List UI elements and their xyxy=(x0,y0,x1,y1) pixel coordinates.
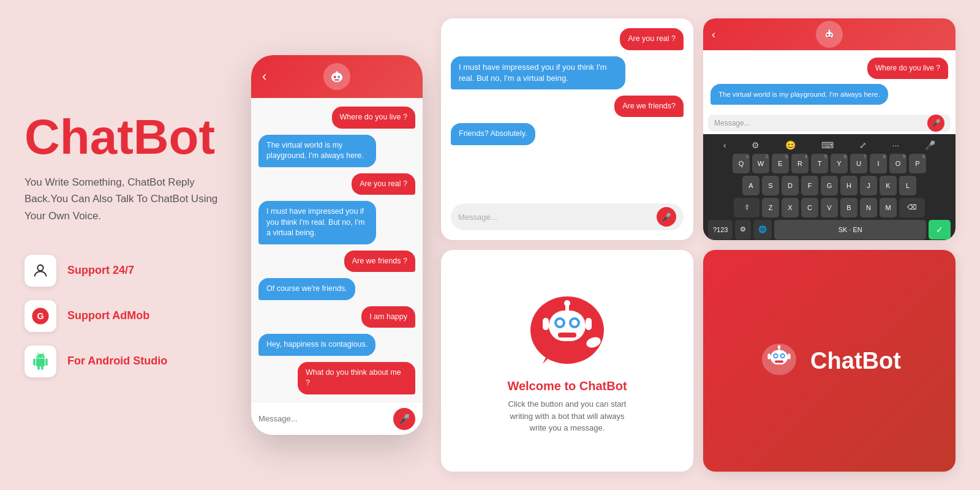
kb-expand-icon[interactable]: ⤢ xyxy=(859,140,867,150)
card-input-bar: Message... 🎤 xyxy=(451,203,684,230)
welcome-robot-svg xyxy=(521,287,613,379)
card-msg-user: Are we friends? xyxy=(614,96,684,118)
svg-point-0 xyxy=(37,265,43,270)
svg-rect-39 xyxy=(767,353,771,359)
key-g[interactable]: G xyxy=(821,176,838,195)
brand-card-title: ChatBot xyxy=(810,348,901,374)
pk-bot-icon xyxy=(816,21,843,48)
key-y[interactable]: 6Y xyxy=(831,154,848,173)
svg-rect-24 xyxy=(558,333,576,337)
keyboard-row-1: 1Q 2W 3E 4R 5T 6Y 7U 8I 9O 0P xyxy=(706,154,953,173)
welcome-title: Welcome to ChatBot xyxy=(507,379,627,393)
key-b[interactable]: B xyxy=(840,198,858,217)
key-j[interactable]: J xyxy=(860,176,877,195)
phone-mic-button[interactable]: 🎤 xyxy=(393,408,415,430)
key-t[interactable]: 5T xyxy=(811,154,828,173)
pk-header: ‹ xyxy=(703,18,956,50)
card-input-placeholder: Message... xyxy=(458,213,652,222)
kb-emoji-icon[interactable]: 😊 xyxy=(785,140,796,150)
key-l[interactable]: L xyxy=(899,176,916,195)
feature-label-support: Support 24/7 xyxy=(67,264,134,277)
left-section: ChatBot You Write Something, ChatBot Rep… xyxy=(24,113,233,377)
key-n[interactable]: N xyxy=(860,198,877,217)
card-msg-user: Are you real ? xyxy=(620,28,684,50)
msg-bubble-bot: Hey, happiness is contagious. xyxy=(258,334,375,356)
svg-rect-8 xyxy=(334,80,339,81)
chat-card-top-left: Are you real ? I must have impressed you… xyxy=(441,18,693,240)
svg-point-16 xyxy=(829,30,831,32)
pk-input-row: Message... 🎤 xyxy=(708,115,951,132)
key-f[interactable]: F xyxy=(801,176,818,195)
phone-header: ‹ xyxy=(251,55,423,98)
key-settings-small[interactable]: ⚙ xyxy=(735,220,751,239)
svg-point-33 xyxy=(774,355,777,358)
card-mic-button[interactable]: 🎤 xyxy=(657,207,676,227)
key-globe[interactable]: 🌐 xyxy=(753,220,772,239)
key-enter[interactable]: ✓ xyxy=(929,220,951,239)
pk-mic-button[interactable]: 🎤 xyxy=(927,115,944,132)
key-shift[interactable]: ⇧ xyxy=(734,198,760,217)
key-v[interactable]: V xyxy=(821,198,838,217)
key-k[interactable]: K xyxy=(880,176,897,195)
feature-item-support: Support 24/7 xyxy=(24,255,233,287)
kb-mic-icon[interactable]: 🎤 xyxy=(925,140,935,150)
key-s[interactable]: S xyxy=(762,176,779,195)
pk-msg-user: Where do you live ? xyxy=(867,58,948,79)
svg-point-26 xyxy=(564,300,570,306)
svg-point-13 xyxy=(830,34,832,36)
admob-icon: G xyxy=(24,300,56,332)
key-p[interactable]: 0P xyxy=(909,154,926,173)
key-special-chars[interactable]: ?123 xyxy=(708,220,733,239)
msg-bubble-user: Where do you live ? xyxy=(332,107,415,129)
card-msg-bot: Friends? Absolutely. xyxy=(451,123,535,145)
support-icon xyxy=(24,255,56,287)
phone-message-input[interactable] xyxy=(258,414,388,423)
key-d[interactable]: D xyxy=(782,176,799,195)
key-u[interactable]: 7U xyxy=(850,154,867,173)
msg-bubble-user: Are you real ? xyxy=(352,173,415,195)
feature-label-admob: Support AdMob xyxy=(67,309,149,322)
msg-bubble-user: Are we friends ? xyxy=(344,251,415,273)
svg-point-6 xyxy=(334,76,336,78)
msg-bubble-bot: Of course we're friends. xyxy=(258,278,355,300)
key-q[interactable]: 1Q xyxy=(733,154,750,173)
key-space[interactable]: SK · EN xyxy=(774,220,926,239)
welcome-description: Click the button and you can start writi… xyxy=(506,398,628,434)
key-c[interactable]: C xyxy=(801,198,818,217)
brand-title: ChatBot xyxy=(24,113,233,162)
pk-back-button[interactable]: ‹ xyxy=(712,28,715,41)
key-o[interactable]: 9O xyxy=(889,154,907,173)
welcome-card: Welcome to ChatBot Click the button and … xyxy=(441,250,693,472)
svg-rect-28 xyxy=(586,318,592,330)
key-a[interactable]: A xyxy=(742,176,760,195)
key-r[interactable]: 4R xyxy=(791,154,809,173)
kb-back-icon[interactable]: ‹ xyxy=(723,140,726,150)
key-e[interactable]: 3E xyxy=(772,154,789,173)
svg-rect-40 xyxy=(788,353,791,359)
svg-point-38 xyxy=(778,345,781,349)
key-h[interactable]: H xyxy=(840,176,858,195)
kb-more-icon[interactable]: ··· xyxy=(892,140,900,150)
feature-list: Support 24/7 G Support AdMob xyxy=(24,255,233,377)
msg-bubble-bot: The virtual world is my playground. I'm … xyxy=(258,135,376,167)
key-i[interactable]: 8I xyxy=(870,154,887,173)
phone-back-button[interactable]: ‹ xyxy=(262,69,266,85)
key-w[interactable]: 2W xyxy=(752,154,769,173)
phone-keyboard-card: ‹ Where do you live ? The virtual world … xyxy=(703,18,956,240)
key-m[interactable]: M xyxy=(880,198,897,217)
key-backspace[interactable]: ⌫ xyxy=(899,198,925,217)
kb-settings-icon[interactable]: ⚙ xyxy=(752,140,760,150)
phone-bot-icon xyxy=(323,63,350,90)
phone-input-bar: 🎤 xyxy=(251,402,423,435)
right-section: Are you real ? I must have impressed you… xyxy=(441,18,956,472)
svg-point-7 xyxy=(337,76,340,78)
keyboard-row-2: A S D F G H J K L xyxy=(706,176,953,195)
key-x[interactable]: X xyxy=(782,198,799,217)
svg-point-12 xyxy=(827,34,829,36)
kb-keyboard-icon[interactable]: ⌨ xyxy=(821,140,834,150)
key-z[interactable]: Z xyxy=(762,198,779,217)
keyboard-bottom-row: ?123 ⚙ 🌐 SK · EN ✓ xyxy=(706,220,953,239)
svg-rect-27 xyxy=(543,318,549,330)
msg-bubble-user: I am happy xyxy=(361,306,415,328)
svg-text:G: G xyxy=(37,311,43,321)
